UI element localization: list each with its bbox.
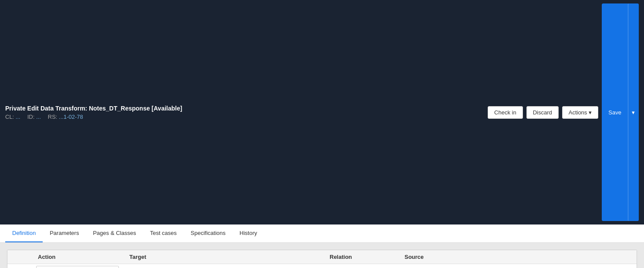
col-header-relation: Relation <box>325 250 400 264</box>
tab-specifications[interactable]: Specifications <box>184 224 233 242</box>
col-header-action: Action <box>34 250 125 264</box>
save-button[interactable]: Save <box>602 3 628 221</box>
data-table-container: Action Target Relation Source 1 <box>7 250 637 268</box>
header-meta: CL: ... ID: ... RS: ...1-02-78 <box>5 114 182 120</box>
rs-label: RS: ...1-02-78 <box>48 114 83 120</box>
cl-label: CL: ... <box>5 114 20 120</box>
header-left: Private Edit Data Transform: Notes_DT_Re… <box>5 105 182 120</box>
save-split-button: Save ▾ <box>602 3 639 221</box>
row-num-cell: 1 <box>7 264 34 268</box>
page-title: Private Edit Data Transform: Notes_DT_Re… <box>5 105 182 112</box>
tab-pages-classes[interactable]: Pages & Classes <box>86 224 143 242</box>
action-select[interactable]: Comment Append to Append and Map to Set <box>36 266 119 268</box>
row-action-cell[interactable]: Comment Append to Append and Map to Set <box>34 264 125 268</box>
actions-button[interactable]: Actions ▾ <box>562 106 599 119</box>
col-header-actions <box>622 250 637 264</box>
check-in-button[interactable]: Check in <box>488 106 523 119</box>
main-content: Action Target Relation Source 1 <box>0 243 644 268</box>
header-actions: Check in Discard Actions ▾ Save ▾ <box>488 3 639 221</box>
chevron-down-icon: ▾ <box>589 109 592 116</box>
discard-button[interactable]: Discard <box>526 106 559 119</box>
tabs-bar: Definition Parameters Pages & Classes Te… <box>0 224 644 243</box>
col-header-target: Target <box>125 250 325 264</box>
header: Private Edit Data Transform: Notes_DT_Re… <box>0 0 644 224</box>
data-table: Action Target Relation Source 1 <box>7 250 637 268</box>
tab-history[interactable]: History <box>233 224 264 242</box>
col-header-source: Source <box>400 250 622 264</box>
id-label: ID: ... <box>27 114 41 120</box>
table-row: 1 Comment Append to Append and Map to Se… <box>7 264 637 268</box>
save-arrow-button[interactable]: ▾ <box>628 3 639 221</box>
row-delete-cell[interactable]: 🗑 <box>622 264 637 268</box>
row-target-comment-cell: Option 1 <box>125 264 622 268</box>
tab-definition[interactable]: Definition <box>5 224 43 242</box>
tab-test-cases[interactable]: Test cases <box>143 224 183 242</box>
tab-parameters[interactable]: Parameters <box>43 224 86 242</box>
col-header-num <box>7 250 34 264</box>
